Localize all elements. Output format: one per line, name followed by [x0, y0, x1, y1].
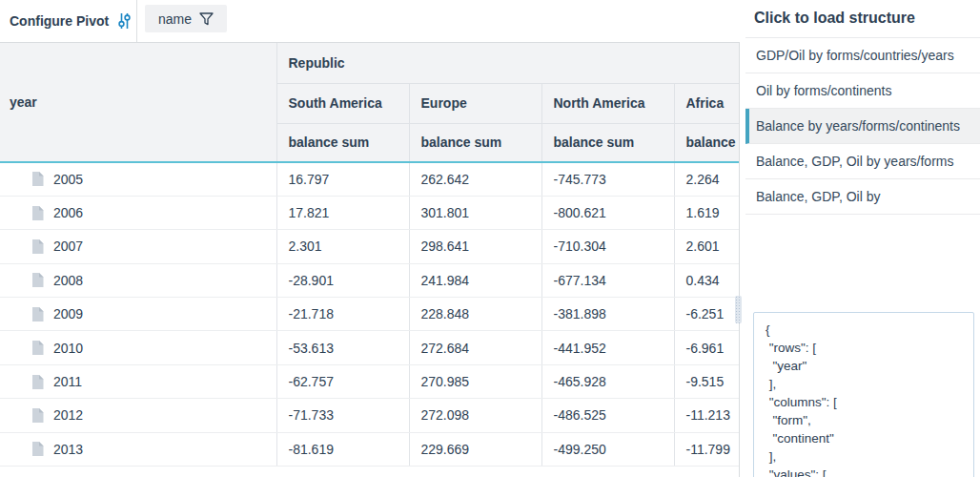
value-cell[interactable]: 0.434 — [674, 263, 740, 297]
column-header[interactable]: North America — [541, 83, 674, 123]
table-vertical-scrollbar[interactable] — [735, 296, 742, 323]
measure-header[interactable]: balance sum — [409, 123, 541, 162]
value-cell[interactable]: -745.773 — [541, 162, 674, 196]
year-label: 2008 — [53, 273, 83, 288]
column-group-header[interactable]: Republic — [276, 43, 740, 83]
table-row: 200617.821301.801-800.6211.619 — [0, 196, 740, 229]
toolbar-divider — [136, 0, 137, 42]
value-cell[interactable]: 17.821 — [276, 196, 409, 229]
year-label: 2006 — [53, 205, 83, 220]
filter-field-label: name — [158, 11, 192, 27]
file-icon — [31, 408, 44, 423]
file-icon — [31, 273, 44, 287]
year-cell[interactable]: 2011 — [0, 364, 276, 398]
value-cell[interactable]: 298.641 — [409, 230, 541, 263]
value-cell[interactable]: -800.621 — [541, 196, 674, 229]
measure-header[interactable]: balance sum — [674, 123, 740, 162]
value-cell[interactable]: 16.797 — [276, 162, 409, 196]
pivot-toolbar: Configure Pivot name — [0, 0, 740, 42]
year-label: 2009 — [53, 306, 83, 321]
table-row: 20072.301298.641-710.3042.601 — [0, 230, 740, 263]
value-cell[interactable]: -62.757 — [276, 364, 409, 398]
year-label: 2012 — [53, 407, 83, 423]
file-icon — [31, 172, 44, 186]
value-cell[interactable]: -71.733 — [276, 399, 409, 432]
year-cell[interactable]: 2012 — [0, 399, 276, 432]
table-row: 2012-71.733272.098-486.525-11.213 — [0, 399, 740, 432]
file-icon — [31, 341, 44, 355]
configure-pivot-button[interactable]: Configure Pivot — [10, 0, 133, 42]
year-cell[interactable]: 2013 — [0, 432, 276, 466]
value-cell[interactable]: -11.799 — [674, 432, 740, 466]
year-cell[interactable]: 2009 — [0, 298, 276, 331]
value-cell[interactable]: 301.801 — [409, 196, 541, 229]
measure-header[interactable]: balance sum — [276, 123, 409, 162]
pivot-grid: yearRepublicSouth AmericaEuropeNorth Ame… — [0, 42, 740, 477]
value-cell[interactable]: -381.898 — [541, 298, 674, 331]
column-header[interactable]: South America — [276, 83, 409, 123]
file-icon — [31, 307, 44, 321]
column-header[interactable]: Africa — [674, 83, 740, 123]
value-cell[interactable]: 270.985 — [409, 364, 541, 398]
year-label: 2010 — [53, 341, 83, 356]
sidebar-title: Click to load structure — [745, 0, 980, 38]
name-filter-button[interactable]: name — [145, 5, 227, 32]
table-row: 2008-28.901241.984-677.1340.434 — [0, 263, 740, 297]
value-cell[interactable]: -6.251 — [674, 298, 740, 331]
structure-item[interactable]: Oil by forms/continents — [745, 73, 980, 109]
row-dimension-header[interactable]: year — [0, 43, 276, 162]
structure-item[interactable]: Balance, GDP, Oil by — [745, 179, 980, 215]
year-label: 2011 — [53, 374, 82, 389]
year-cell[interactable]: 2007 — [0, 230, 276, 263]
value-cell[interactable]: -6.961 — [674, 331, 740, 364]
structure-item[interactable]: Balance by years/forms/continents — [745, 109, 980, 144]
value-cell[interactable]: -11.213 — [674, 399, 740, 432]
value-cell[interactable]: -81.619 — [276, 432, 409, 466]
value-cell[interactable]: -677.134 — [541, 263, 674, 297]
pivot-table-panel: Configure Pivot name — [0, 0, 740, 477]
value-cell[interactable]: 272.684 — [409, 331, 541, 364]
value-cell[interactable]: -486.525 — [541, 399, 674, 432]
value-cell[interactable]: 2.264 — [674, 162, 740, 196]
structure-list: GDP/Oil by forms/countries/yearsOil by f… — [745, 38, 980, 215]
file-icon — [31, 239, 44, 254]
value-cell[interactable]: 241.984 — [409, 263, 541, 297]
value-cell[interactable]: -499.250 — [541, 432, 674, 466]
structure-item[interactable]: GDP/Oil by forms/countries/years — [745, 38, 980, 73]
value-cell[interactable]: -21.718 — [276, 298, 409, 331]
value-cell[interactable]: 272.098 — [409, 399, 541, 432]
table-row: 2009-21.718228.848-381.898-6.251 — [0, 298, 740, 331]
year-cell[interactable]: 2010 — [0, 331, 276, 364]
pivot-app: Configure Pivot name — [0, 0, 980, 477]
year-label: 2007 — [53, 238, 83, 254]
value-cell[interactable]: -465.928 — [541, 364, 674, 398]
value-cell[interactable]: -9.515 — [674, 364, 740, 398]
file-icon — [31, 442, 44, 456]
measure-header[interactable]: balance sum — [541, 123, 674, 162]
value-cell[interactable]: -441.952 — [541, 331, 674, 364]
value-cell[interactable]: 228.848 — [409, 298, 541, 331]
year-cell[interactable]: 2005 — [0, 162, 276, 196]
configure-pivot-label: Configure Pivot — [10, 13, 109, 29]
structure-item[interactable]: Balance, GDP, Oil by years/forms — [745, 144, 980, 179]
value-cell[interactable]: -710.304 — [541, 230, 674, 263]
structure-json-code[interactable]: { "rows": [ "year" ], "columns": [ "form… — [753, 312, 974, 477]
value-cell[interactable]: 262.642 — [409, 162, 541, 196]
year-cell[interactable]: 2008 — [0, 263, 276, 297]
table-row: 2010-53.613272.684-441.952-6.961 — [0, 331, 740, 364]
value-cell[interactable]: 2.301 — [276, 230, 409, 263]
table-row: 2013-81.619229.669-499.250-11.799 — [0, 432, 740, 466]
table-row: 2011-62.757270.985-465.928-9.515 — [0, 364, 740, 398]
value-cell[interactable]: -28.901 — [276, 263, 409, 297]
structure-sidebar: Click to load structure GDP/Oil by forms… — [745, 0, 980, 477]
year-cell[interactable]: 2006 — [0, 196, 276, 229]
year-label: 2005 — [53, 172, 83, 187]
value-cell[interactable]: 1.619 — [674, 196, 740, 229]
file-icon — [31, 375, 44, 389]
table-row: 200516.797262.642-745.7732.264 — [0, 162, 740, 196]
value-cell[interactable]: 229.669 — [409, 432, 541, 466]
column-header[interactable]: Europe — [409, 83, 541, 123]
year-label: 2013 — [53, 442, 83, 457]
value-cell[interactable]: 2.601 — [674, 230, 740, 263]
value-cell[interactable]: -53.613 — [276, 331, 409, 364]
